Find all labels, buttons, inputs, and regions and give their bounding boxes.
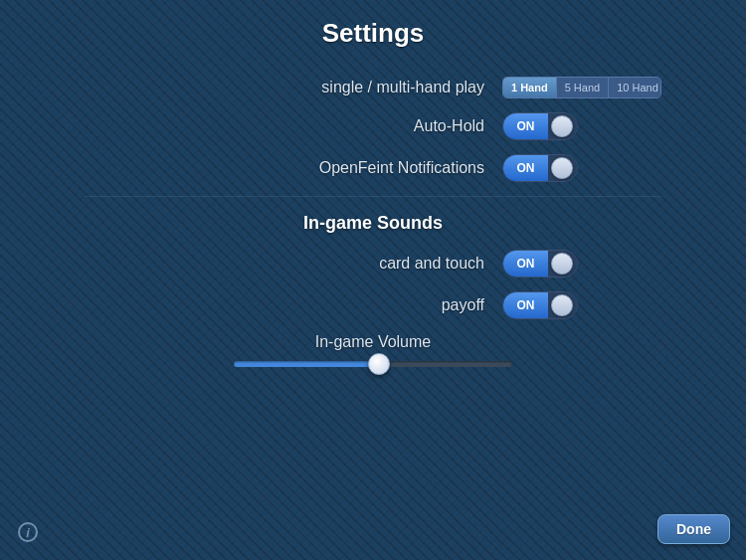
settings-table: single / multi-hand play 1 Hand 5 Hand 1… <box>85 77 661 367</box>
card-touch-toggle-on: ON <box>503 250 548 278</box>
payoff-control: ON <box>502 291 661 319</box>
card-touch-control: ON <box>502 250 661 278</box>
volume-label: In-game Volume <box>315 333 432 351</box>
multihand-control: 1 Hand 5 Hand 10 Hand <box>502 77 661 98</box>
autohold-label: Auto-Hold <box>85 117 502 135</box>
five-hand-button[interactable]: 5 Hand <box>557 78 609 97</box>
payoff-label: payoff <box>85 296 502 314</box>
one-hand-button[interactable]: 1 Hand <box>503 78 557 97</box>
card-touch-thumb <box>551 253 573 275</box>
openfeint-control: ON <box>502 154 661 182</box>
autohold-control: ON <box>502 112 661 140</box>
multihand-label: single / multi-hand play <box>85 79 502 96</box>
autohold-toggle[interactable]: ON <box>502 112 578 140</box>
section-divider <box>85 196 661 197</box>
card-touch-row: card and touch ON <box>85 250 661 278</box>
openfeint-toggle-thumb <box>551 157 573 179</box>
card-touch-toggle-off <box>548 250 577 278</box>
payoff-toggle-on: ON <box>503 291 548 319</box>
payoff-toggle-off <box>548 291 577 319</box>
page-title: Settings <box>322 18 425 49</box>
payoff-thumb <box>551 294 573 316</box>
ten-hand-button[interactable]: 10 Hand <box>609 78 661 97</box>
multihand-row: single / multi-hand play 1 Hand 5 Hand 1… <box>85 77 661 98</box>
toggle-thumb <box>551 115 573 137</box>
autohold-row: Auto-Hold ON <box>85 112 661 140</box>
openfeint-toggle[interactable]: ON <box>502 154 578 182</box>
openfeint-label: OpenFeint Notifications <box>85 159 502 177</box>
toggle-on-label: ON <box>503 112 548 140</box>
hand-segmented-control[interactable]: 1 Hand 5 Hand 10 Hand <box>502 77 661 98</box>
payoff-row: payoff ON <box>85 291 661 319</box>
volume-slider-thumb[interactable] <box>368 353 390 375</box>
openfeint-toggle-off-area <box>548 154 577 182</box>
volume-slider-track[interactable] <box>234 361 512 367</box>
card-touch-toggle[interactable]: ON <box>502 250 578 278</box>
openfeint-row: OpenFeint Notifications ON <box>85 154 661 182</box>
volume-row: In-game Volume <box>85 333 661 367</box>
openfeint-toggle-on-label: ON <box>503 154 548 182</box>
payoff-toggle[interactable]: ON <box>502 291 578 319</box>
toggle-off-area <box>548 112 577 140</box>
ingame-sounds-heading: In-game Sounds <box>85 213 661 234</box>
settings-page: Settings single / multi-hand play 1 Hand… <box>0 0 746 560</box>
card-touch-label: card and touch <box>85 255 502 273</box>
